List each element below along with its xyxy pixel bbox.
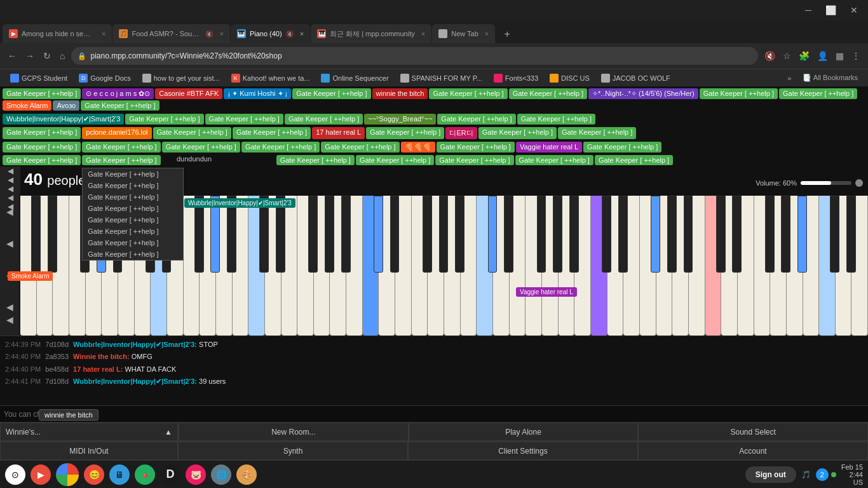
bookmark-google-docs[interactable]: D Google Docs bbox=[74, 72, 136, 85]
piano-white-key[interactable] bbox=[477, 196, 493, 336]
piano-black-key[interactable] bbox=[830, 196, 839, 273]
play-alone-button[interactable]: Play Alone bbox=[409, 423, 639, 441]
scroll-left-btn-1[interactable]: ◀ bbox=[8, 166, 13, 175]
piano-white-key[interactable] bbox=[591, 196, 607, 336]
piano-black-key[interactable] bbox=[276, 196, 285, 273]
participant-tag[interactable]: Gate Keeper [ ++help ] bbox=[437, 142, 515, 152]
piano-black-key[interactable] bbox=[716, 196, 726, 273]
taskbar-icon-2[interactable]: 😊 bbox=[84, 464, 104, 485]
piano-black-key[interactable] bbox=[423, 196, 432, 273]
tab-close-btn[interactable]: × bbox=[485, 30, 489, 37]
minimize-btn[interactable]: ─ bbox=[800, 5, 817, 15]
piano-black-key[interactable] bbox=[846, 196, 856, 273]
sound-select-button[interactable]: Sound Select bbox=[638, 423, 868, 441]
extensions-icon[interactable]: 🧩 bbox=[796, 48, 812, 64]
piano-black-key[interactable] bbox=[259, 196, 269, 273]
piano-white-key[interactable] bbox=[819, 196, 836, 336]
piano-black-key[interactable] bbox=[390, 196, 400, 273]
participant-tag[interactable]: Gate Keeper [ ++help ] bbox=[435, 155, 513, 165]
participant-tag[interactable]: ⊙ e c c o j a m s ✿⊙ bbox=[82, 88, 154, 99]
taskbar-icon-5[interactable]: D bbox=[160, 464, 180, 485]
participant-tag[interactable]: Gate Keeper [ ++help ] bbox=[82, 155, 160, 165]
piano-white-key[interactable] bbox=[526, 196, 542, 336]
scroll-left-btn-5[interactable]: ◀ bbox=[8, 202, 13, 211]
bookmark-online-sequencer[interactable]: Online Sequencer bbox=[316, 72, 393, 85]
piano-white-key[interactable] bbox=[20, 196, 37, 336]
participant-tag[interactable]: Gate Keeper [ ++help ] bbox=[3, 155, 81, 165]
tab-new-tab[interactable]: New Tab × bbox=[432, 24, 495, 43]
participant-tag[interactable]: Gate Keeper [ ++help ] bbox=[366, 127, 444, 139]
participant-tag[interactable]: Gate Keeper [ ++help ] bbox=[478, 127, 557, 139]
participant-tag[interactable]: ✧*‥Night-‥*✧ (14/5'6) (She/Her) bbox=[588, 88, 698, 99]
piano-black-key[interactable] bbox=[504, 196, 513, 273]
piano-white-key[interactable] bbox=[754, 196, 771, 336]
taskbar-icon-8[interactable]: 🎨 bbox=[236, 464, 257, 485]
tab-close-btn[interactable]: × bbox=[300, 30, 304, 37]
piano-white-key[interactable] bbox=[705, 196, 722, 336]
participant-tag[interactable]: Gate Keeper [ ++help ] bbox=[205, 114, 283, 125]
tab-close-btn[interactable]: × bbox=[102, 30, 105, 37]
tab-close-btn[interactable]: × bbox=[219, 30, 223, 37]
piano-black-key[interactable] bbox=[781, 196, 790, 273]
participant-tag[interactable]: Gate Keeper [ ++help ] bbox=[558, 127, 636, 139]
tab-mpp-community[interactable]: 🎹 최근 화제 | mpp.community × bbox=[311, 24, 431, 43]
room-selector[interactable]: Winnie's... winnie the bitch ▲ bbox=[0, 423, 178, 441]
scroll-left-btn-4[interactable]: ◀ bbox=[8, 193, 13, 202]
piano-black-key[interactable] bbox=[765, 196, 775, 273]
participant-tag[interactable]: Gate Keeper [ ++help ] bbox=[595, 155, 673, 165]
participant-tag[interactable]: Gate Keeper [ ++help ] bbox=[583, 142, 661, 152]
participant-tag[interactable]: Gate Keeper [ ++help ] bbox=[779, 88, 857, 99]
participant-tag[interactable]: Gate Keeper [ ++help ] bbox=[700, 88, 778, 99]
sign-out-button[interactable]: Sign out bbox=[745, 466, 796, 483]
sidebar-icon[interactable]: ▦ bbox=[833, 48, 846, 64]
bookmark-gcps-student[interactable]: GCPS Student bbox=[5, 72, 72, 85]
piano-black-key[interactable] bbox=[553, 196, 562, 273]
bookmarks-more-button[interactable]: » bbox=[782, 72, 796, 84]
participant-tag[interactable]: Avoзо bbox=[53, 100, 79, 111]
client-settings-button[interactable]: Client Settings bbox=[408, 442, 638, 460]
dropdown-item[interactable]: Gate Keeper [ ++help ] bbox=[83, 203, 183, 214]
piano-white-key[interactable] bbox=[184, 196, 200, 336]
piano-black-key[interactable] bbox=[732, 196, 742, 273]
participant-tag[interactable]: Gate Keeper [ ++help ] bbox=[321, 142, 399, 152]
piano-black-key[interactable] bbox=[455, 196, 465, 273]
bookmark-star-icon[interactable]: ☆ bbox=[780, 48, 794, 64]
taskbar-icon-4[interactable]: 🔺 bbox=[135, 464, 155, 485]
maximize-btn[interactable]: ⬜ bbox=[820, 5, 841, 15]
participant-tag[interactable]: Gate Keeper [ ++help ] bbox=[517, 114, 595, 125]
tab-piano[interactable]: 🎹 Piano (40) 🔇 × bbox=[231, 24, 310, 43]
piano-white-key[interactable] bbox=[640, 196, 656, 336]
account-button[interactable]: Account bbox=[638, 442, 868, 460]
bookmark-kahoot[interactable]: K Kahoot! when we ta... bbox=[226, 72, 315, 85]
participant-tag[interactable]: Wubbrle|Inventor|Happy|✔|Smart|2'3 bbox=[3, 114, 124, 125]
participant-tag[interactable]: Gate Keeper [ ++help ] bbox=[162, 142, 240, 152]
bookmark-spanish[interactable]: SPANISH FOR MY P... bbox=[395, 72, 487, 85]
participant-tag[interactable]: Gate Keeper [ ++help ] bbox=[429, 88, 507, 99]
forward-button[interactable]: → bbox=[23, 48, 37, 64]
piano-black-key[interactable] bbox=[227, 196, 236, 273]
dropdown-item[interactable]: Gate Keeper [ ++help ] bbox=[83, 248, 183, 260]
participant-tag[interactable]: Gate Keeper [ ++help ] bbox=[153, 127, 231, 139]
mute-page-icon[interactable]: 🔇 bbox=[762, 48, 778, 64]
participant-tag[interactable]: Gate Keeper [ ++help ] bbox=[509, 88, 587, 99]
bookmark-jacob[interactable]: JACOB OC WOLF bbox=[596, 72, 675, 85]
piano-black-key[interactable] bbox=[618, 196, 628, 273]
taskbar-icon-6[interactable]: 🐷 bbox=[186, 464, 206, 485]
taskbar-icon-7[interactable]: 🌐 bbox=[211, 464, 231, 485]
participant-tag[interactable]: Gate Keeper [ ++help ] bbox=[81, 100, 159, 111]
notif-badge[interactable]: 2 bbox=[816, 468, 829, 481]
dropdown-item[interactable]: Gate Keeper [ ++help ] bbox=[83, 214, 183, 226]
participant-tag[interactable]: pclone.daniel176.lol bbox=[82, 127, 151, 139]
dropdown-item[interactable]: Gate Keeper [ ++help ] bbox=[83, 237, 183, 248]
participant-tag[interactable]: Gate Keeper [ ++help ] bbox=[292, 88, 370, 99]
participant-tag[interactable]: Gate Keeper [ ++help ] bbox=[233, 127, 311, 139]
tab-among-us[interactable]: ▶ Among us hide n seek da... × bbox=[3, 24, 112, 43]
dropdown-item[interactable]: Gate Keeper [ ++help ] bbox=[83, 191, 183, 203]
participant-tag[interactable]: Gate Keeper [ ++help ] bbox=[3, 142, 81, 152]
scroll-left-btn-3[interactable]: ◀ bbox=[8, 184, 13, 193]
participant-tag[interactable]: Gate Keeper [ ++help ] bbox=[3, 127, 81, 139]
participant-tag[interactable]: Gate Keeper [ ++help ] bbox=[125, 114, 203, 125]
participant-tag[interactable]: Gate Keeper [ ++help ] bbox=[241, 142, 320, 152]
start-button[interactable]: ⊙ bbox=[5, 464, 25, 485]
participant-tag[interactable]: ¡ ✦ Kumi Hoshi ✦ ¡ bbox=[224, 88, 291, 99]
